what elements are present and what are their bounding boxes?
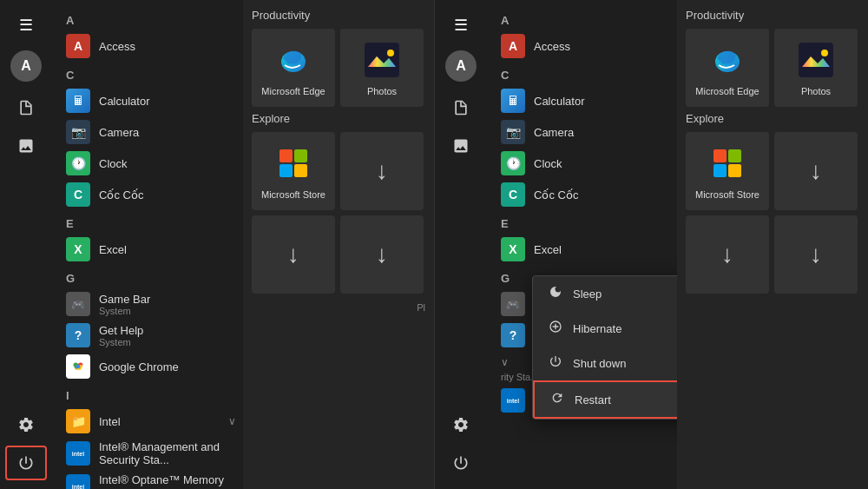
sidebar-icons xyxy=(5,90,47,407)
app-gethelp[interactable]: ? Get Help System xyxy=(59,320,243,351)
calculator-icon-right: 🖩 xyxy=(501,89,525,113)
app-access-right[interactable]: A Access xyxy=(494,30,677,62)
clock-label-right: Clock xyxy=(534,157,562,170)
svg-rect-18 xyxy=(728,164,741,177)
gamebar-sub: System xyxy=(99,306,150,316)
photos-tile-icon xyxy=(361,39,403,81)
chrome-label: Google Chrome xyxy=(99,360,179,373)
shutdown-icon xyxy=(547,354,564,372)
sleep-menu-item[interactable]: Sleep xyxy=(533,276,677,311)
photos-tile-label: Photos xyxy=(367,86,397,96)
tiles-panel-right: Productivity xyxy=(677,0,868,489)
tile-photos-right[interactable]: Photos xyxy=(774,29,858,107)
pl-label: Pl xyxy=(252,299,425,313)
tile-edge[interactable]: Microsoft Edge xyxy=(252,29,335,107)
settings-button-right[interactable] xyxy=(440,407,482,442)
coccoc-label-right: Cốc Cốc xyxy=(534,188,578,202)
explore-title-left: Explore xyxy=(252,112,425,125)
app-clock[interactable]: 🕐 Clock xyxy=(59,148,243,179)
photos-sidebar-icon[interactable] xyxy=(5,129,47,163)
download-icon-3-right: ↓ xyxy=(810,241,822,268)
svg-rect-15 xyxy=(713,149,727,162)
svg-rect-7 xyxy=(294,149,307,162)
clock-label: Clock xyxy=(99,157,128,170)
tile-download-3-right[interactable]: ↓ xyxy=(774,215,858,294)
tile-store-right[interactable]: Microsoft Store xyxy=(686,132,769,210)
edge-tile-icon xyxy=(273,39,314,81)
app-access[interactable]: A Access xyxy=(59,30,243,62)
store-tile-icon xyxy=(273,142,314,184)
app-clock-right[interactable]: 🕐 Clock xyxy=(494,148,677,179)
productivity-title-left: Productivity xyxy=(252,9,425,22)
right-panel: ☰ A A A Access C 🖩 Calcul xyxy=(434,0,868,489)
left-panel: ☰ A A A Access C 🖩 Calcul xyxy=(0,0,434,489)
svg-rect-12 xyxy=(799,43,833,77)
tile-download-3[interactable]: ↓ xyxy=(340,215,424,294)
app-excel[interactable]: X Excel xyxy=(59,234,243,265)
tile-download-1-right[interactable]: ↓ xyxy=(774,132,858,210)
calculator-icon: 🖩 xyxy=(66,89,90,113)
svg-rect-17 xyxy=(713,164,727,177)
store-tile-label-right: Microsoft Store xyxy=(695,189,760,200)
app-gamebar[interactable]: 🎮 Game Bar System xyxy=(59,288,243,320)
tile-store[interactable]: Microsoft Store xyxy=(252,132,335,210)
access-label: Access xyxy=(99,40,135,53)
app-excel-right[interactable]: X Excel xyxy=(494,234,677,265)
access-icon: A xyxy=(66,34,90,58)
documents-icon[interactable] xyxy=(5,90,47,125)
inteloptane-icon-right: intel xyxy=(501,388,525,413)
photos-icon-right[interactable] xyxy=(440,129,482,163)
tile-download-2-right[interactable]: ↓ xyxy=(686,215,769,294)
app-coccoc[interactable]: C Cốc Cốc xyxy=(59,179,243,210)
power-icon-right[interactable] xyxy=(440,446,482,480)
app-calculator-right[interactable]: 🖩 Calculator xyxy=(494,85,677,116)
edge-tile-label: Microsoft Edge xyxy=(261,86,325,96)
tile-download-1[interactable]: ↓ xyxy=(340,132,424,210)
gamebar-icon: 🎮 xyxy=(66,292,90,316)
app-intel[interactable]: 📁 Intel ∨ xyxy=(59,406,243,437)
app-camera-right[interactable]: 📷 Camera xyxy=(494,116,677,148)
productivity-row-right: Microsoft Edge xyxy=(686,29,859,107)
hibernate-menu-item[interactable]: Hibernate xyxy=(533,311,677,346)
app-camera[interactable]: 📷 Camera xyxy=(59,116,243,148)
productivity-title-right: Productivity xyxy=(686,9,859,22)
gethelp-sub: System xyxy=(99,337,143,347)
shutdown-menu-item[interactable]: Shut down xyxy=(533,346,677,380)
shutdown-label: Shut down xyxy=(573,357,626,370)
power-button[interactable] xyxy=(5,446,47,480)
app-inteloptane[interactable]: intel Intel® Optane™ Memory and Storage.… xyxy=(59,470,243,489)
app-chrome[interactable]: Google Chrome xyxy=(59,351,243,382)
app-calculator[interactable]: 🖩 Calculator xyxy=(59,85,243,116)
explore-row-1-right: Microsoft Store ↓ xyxy=(686,132,859,210)
gamebar-icon-right: 🎮 xyxy=(501,292,525,316)
intelm-label: Intel® Management and Security Sta... xyxy=(99,440,236,466)
store-tile-label: Microsoft Store xyxy=(261,189,326,200)
svg-rect-3 xyxy=(365,43,399,77)
app-coccoc-right[interactable]: C Cốc Cốc xyxy=(494,179,677,210)
hibernate-label: Hibernate xyxy=(573,322,621,335)
tile-download-2[interactable]: ↓ xyxy=(252,215,335,294)
gethelp-icon-right: ? xyxy=(501,323,525,347)
download-icon-1: ↓ xyxy=(376,157,388,185)
section-a-right: A xyxy=(494,10,677,30)
gamebar-name-wrap: Game Bar System xyxy=(99,293,150,316)
svg-point-1 xyxy=(76,365,81,369)
tile-edge-right[interactable]: Microsoft Edge xyxy=(686,29,769,107)
gethelp-icon: ? xyxy=(66,323,90,347)
restart-menu-item[interactable]: Restart xyxy=(533,380,677,419)
explore-row-2-right: ↓ ↓ xyxy=(686,215,859,294)
excel-label-right: Excel xyxy=(534,243,562,256)
hamburger-menu-right[interactable]: ☰ xyxy=(447,9,475,42)
store-tile-icon-right xyxy=(707,142,748,184)
tile-photos[interactable]: Photos xyxy=(340,29,424,107)
settings-button[interactable] xyxy=(5,407,47,442)
hamburger-menu[interactable]: ☰ xyxy=(12,9,40,42)
download-icon-2-right: ↓ xyxy=(721,241,733,268)
chrome-icon xyxy=(66,354,90,379)
documents-icon-right[interactable] xyxy=(440,90,482,125)
gethelp-name-wrap: Get Help System xyxy=(99,324,143,347)
user-avatar[interactable]: A xyxy=(10,50,42,82)
app-intelm[interactable]: intel Intel® Management and Security Sta… xyxy=(59,437,243,470)
user-avatar-right[interactable]: A xyxy=(445,50,477,82)
explore-row-2: ↓ ↓ xyxy=(252,215,425,294)
